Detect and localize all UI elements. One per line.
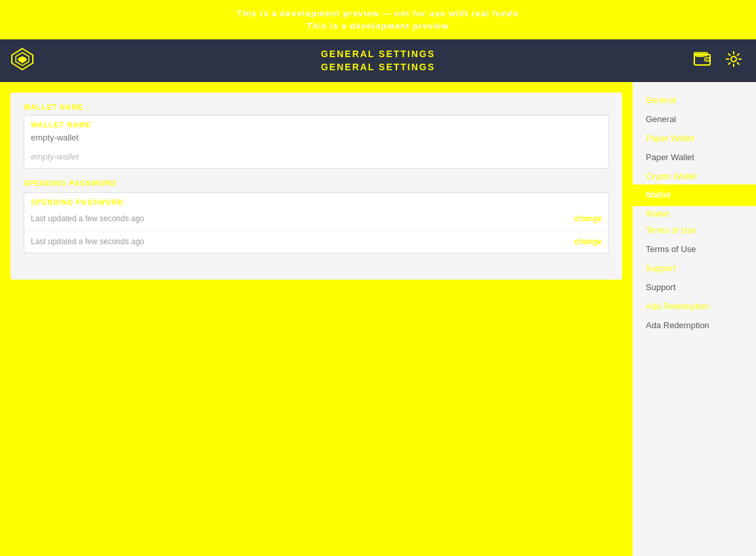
svg-line-16 [737,53,740,56]
last-updated-2: Last updated a few seconds ago [31,237,144,246]
navbar-title-line1: GENERAL SETTINGS [321,48,435,61]
svg-point-6 [706,58,707,60]
settings-card: WALLET NAME WALLET NAME SPENDING PASSWOR… [10,93,622,280]
wallet-name-input-wrapper: WALLET NAME [24,115,609,169]
sidebar-item-crypto-wallet-shadow: Crypto Wallet [633,169,756,185]
wallet-icon-button[interactable] [690,47,714,75]
sidebar: General General Paper Wallet Paper Walle… [633,82,756,556]
navbar-title: GENERAL SETTINGS GENERAL SETTINGS [321,48,435,74]
password-row-2: Last updated a few seconds ago change [24,230,608,253]
sidebar-item-terms[interactable]: Terms of Use [633,239,756,261]
sidebar-item-general[interactable]: General [633,109,756,131]
navbar-title-line2: GENERAL SETTINGS [321,61,435,74]
wallet-name-input-2[interactable] [24,149,608,168]
sidebar-item-ada-redemption[interactable]: Ada Redemption [633,315,756,337]
sidebar-item-paper-wallet[interactable]: Paper Wallet [633,147,756,169]
svg-point-9 [731,56,736,62]
navbar-icons [690,47,746,75]
settings-icon-button[interactable] [722,47,746,75]
sidebar-item-support-shadow: Support [633,261,756,277]
sidebar-item-wallet-shadow: Wallet [633,206,756,223]
sidebar-item-wallet-active[interactable]: Wallet [633,184,756,206]
sidebar-item-support[interactable]: Support [633,277,756,299]
main-layout: WALLET NAME WALLET NAME SPENDING PASSWOR… [0,82,756,556]
password-row-1: Last updated a few seconds ago change [24,207,608,230]
svg-line-17 [728,62,731,65]
top-banner-text-2: This is a development preview [307,20,450,33]
bottom-bar [10,290,622,299]
spending-password-outer-label: SPENDING PASSWORD [24,179,609,187]
sidebar-item-paper-wallet-shadow: Paper Wallet [633,131,756,147]
wallet-name-inner-label: WALLET NAME [24,116,608,130]
sidebar-item-ada-redemption-shadow: Ada Redemption [633,299,756,315]
logo [10,47,34,74]
wallet-name-outer-label: WALLET NAME [24,103,609,111]
spending-password-inner-label: SPENDING PASSWORD [24,193,608,207]
logo-icon [10,47,34,74]
wallet-name-input-1[interactable] [24,130,608,149]
sidebar-item-general-shadow: General [633,93,756,109]
top-banner: This is a development preview — not for … [0,0,756,39]
change-link-1[interactable]: change [574,214,602,223]
svg-line-14 [728,53,731,56]
navbar: GENERAL SETTINGS GENERAL SETTINGS [0,39,756,82]
top-banner-text-1: This is a development preview — not for … [237,7,519,20]
spending-password-wrapper: SPENDING PASSWORD Last updated a few sec… [24,192,609,253]
svg-marker-2 [18,56,26,63]
content-area: WALLET NAME WALLET NAME SPENDING PASSWOR… [0,82,633,556]
sidebar-item-terms-shadow: Terms of Use [633,223,756,239]
change-link-2[interactable]: change [574,237,602,246]
svg-line-15 [737,62,740,65]
last-updated-1: Last updated a few seconds ago [31,214,144,223]
